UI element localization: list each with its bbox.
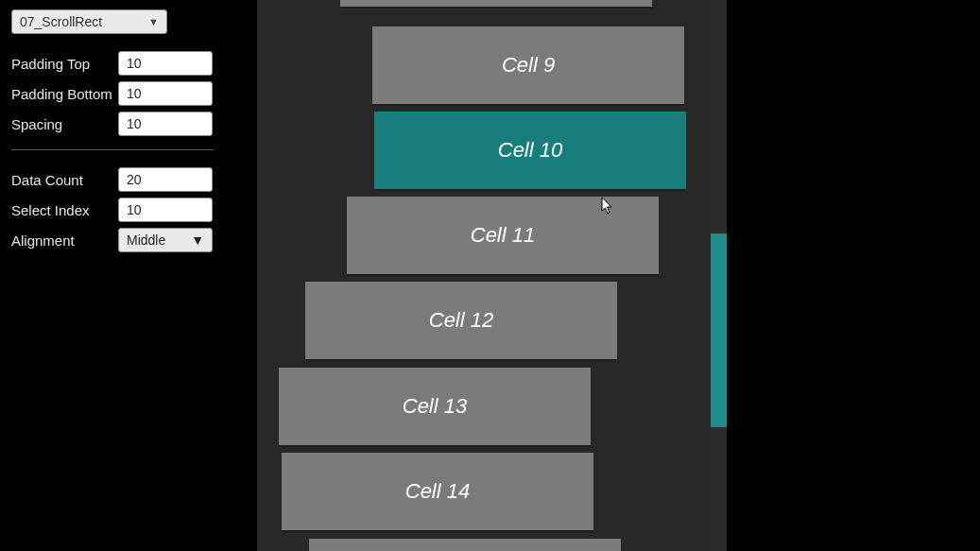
list-item[interactable]: Cell 9 bbox=[372, 26, 684, 104]
cell-label: Cell 12 bbox=[429, 308, 493, 333]
scene-dropdown[interactable]: 07_ScrollRect ▼ bbox=[11, 9, 167, 34]
list-item[interactable]: Cell 11 bbox=[347, 197, 659, 274]
cell-label: Cell 14 bbox=[405, 479, 470, 504]
data-count-input[interactable]: 20 bbox=[118, 167, 213, 192]
padding-bottom-label: Padding Bottom bbox=[11, 86, 118, 102]
list-item[interactable]: Cell 14 bbox=[282, 453, 593, 530]
divider bbox=[11, 149, 214, 150]
cell-label: Cell 9 bbox=[502, 53, 555, 77]
cell-label: Cell 11 bbox=[471, 223, 535, 248]
scroll-viewport[interactable]: Cell 9Cell 10Cell 11Cell 12Cell 13Cell 1… bbox=[257, 0, 727, 551]
cell-label: Cell 10 bbox=[498, 138, 562, 163]
data-count-label: Data Count bbox=[11, 172, 118, 188]
select-index-label: Select Index bbox=[11, 202, 118, 218]
padding-bottom-input[interactable]: 10 bbox=[118, 81, 213, 106]
chevron-down-icon: ▼ bbox=[148, 16, 159, 27]
alignment-label: Alignment bbox=[11, 232, 118, 249]
list-item[interactable] bbox=[309, 539, 621, 551]
spacing-label: Spacing bbox=[11, 116, 118, 132]
list-item[interactable] bbox=[340, 0, 652, 7]
list-item[interactable]: Cell 12 bbox=[305, 282, 617, 359]
chevron-down-icon: ▼ bbox=[191, 232, 204, 248]
scrollbar-track[interactable] bbox=[711, 0, 727, 551]
settings-panel: 07_ScrollRect ▼ Padding Top 10 Padding B… bbox=[0, 0, 246, 267]
alignment-dropdown[interactable]: Middle ▼ bbox=[118, 228, 213, 252]
list-item[interactable]: Cell 10 bbox=[374, 112, 686, 189]
select-index-input[interactable]: 10 bbox=[118, 198, 213, 222]
scene-dropdown-value: 07_ScrollRect bbox=[20, 14, 102, 29]
list-item[interactable]: Cell 13 bbox=[279, 368, 591, 445]
cell-label: Cell 13 bbox=[403, 394, 467, 419]
padding-top-label: Padding Top bbox=[11, 56, 118, 72]
scrollbar-thumb[interactable] bbox=[711, 233, 727, 427]
padding-top-input[interactable]: 10 bbox=[118, 51, 213, 76]
spacing-input[interactable]: 10 bbox=[118, 112, 213, 136]
